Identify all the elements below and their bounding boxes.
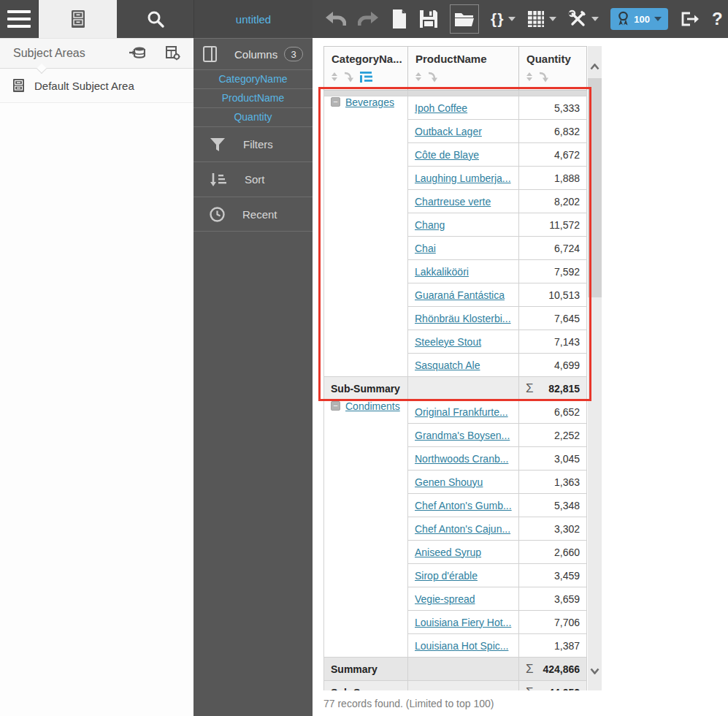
manage-subject-areas-icon[interactable] [166, 46, 180, 61]
product-link[interactable]: Laughing Lumberja... [415, 172, 511, 184]
column-header-productname[interactable]: ProductName [408, 47, 519, 91]
undo-icon [324, 10, 346, 28]
product-link[interactable]: Sasquatch Ale [415, 359, 480, 371]
product-link[interactable]: Guaraná Fantástica [415, 289, 505, 301]
product-link[interactable]: Chef Anton's Cajun... [415, 523, 510, 535]
field-quantity[interactable]: Quantity [194, 107, 313, 126]
summary-value-cell: Σ424,866 [519, 658, 587, 681]
filters-section[interactable]: Filters [194, 126, 313, 161]
quantity-cell: 6,724 [519, 237, 587, 260]
product-link[interactable]: Louisiana Hot Spic... [415, 640, 508, 652]
summary-value-cell: Σ82,815 [519, 377, 587, 400]
product-link[interactable]: Aniseed Syrup [415, 546, 481, 558]
column-header-categoryname[interactable]: CategoryNa... [324, 47, 408, 91]
scrollbar-thumb[interactable] [588, 78, 602, 297]
product-cell: Chartreuse verte [408, 190, 519, 213]
product-cell: Outback Lager [408, 120, 519, 143]
braces-icon: {} [491, 10, 504, 28]
add-datasource-icon[interactable] [129, 46, 145, 61]
product-link[interactable]: Chai [415, 243, 436, 254]
sidebar-item-label: Default Subject Area [34, 80, 134, 92]
report-table-viewport: CategoryNa... [323, 46, 587, 690]
quantity-cell: 6,652 [519, 400, 587, 424]
product-link[interactable]: Chef Anton's Gumb... [415, 500, 512, 511]
tab-report-untitled[interactable]: untitled [194, 0, 313, 38]
quantity-cell: 2,660 [519, 541, 587, 564]
sort-arrows-icon[interactable] [526, 72, 532, 81]
scroll-down-icon[interactable] [590, 668, 599, 674]
column-header-quantity[interactable]: Quantity [519, 47, 587, 91]
sort-arrows-icon[interactable] [415, 72, 421, 81]
summary-label-cell: Sub-Summary [324, 377, 408, 400]
columns-section-label: Columns [234, 48, 277, 61]
product-link[interactable]: Rhönbräu Klosterbi... [415, 313, 511, 324]
medal-icon [617, 11, 629, 27]
product-cell: Sasquatch Ale [408, 354, 519, 377]
exit-icon [680, 10, 700, 28]
product-link[interactable]: Ipoh Coffee [415, 102, 467, 114]
save-button[interactable] [419, 9, 438, 28]
curved-sort-arrow-icon[interactable] [427, 71, 438, 83]
product-link[interactable]: Grandma's Boysen... [415, 430, 510, 441]
product-link[interactable]: Louisiana Fiery Hot... [415, 617, 511, 628]
product-link[interactable]: Côte de Blaye [415, 149, 479, 161]
product-link[interactable]: Chang [415, 219, 445, 231]
product-link[interactable]: Original Frankfurte... [415, 406, 508, 418]
undo-button[interactable] [324, 10, 346, 28]
summary-empty-cell [408, 377, 519, 400]
field-categoryname[interactable]: CategoryName [194, 69, 313, 88]
category-cell: −Condiments [324, 400, 408, 658]
save-icon [419, 9, 438, 28]
vertical-scrollbar[interactable] [588, 46, 602, 690]
new-report-button[interactable] [391, 9, 407, 29]
quantity-cell: 8,202 [519, 190, 587, 213]
product-link[interactable]: Steeleye Stout [415, 336, 481, 348]
category-link[interactable]: Beverages [345, 96, 394, 108]
grid-style-dropdown[interactable] [527, 10, 556, 28]
tab-subject-areas[interactable] [39, 0, 117, 38]
product-link[interactable]: Sirop d'érable [415, 570, 478, 582]
columns-section-header[interactable]: Columns 3 [194, 39, 313, 69]
product-link[interactable]: Lakkalikööri [415, 266, 469, 278]
help-button[interactable]: ? [712, 9, 723, 29]
top-n-records-button[interactable]: 100 [610, 8, 668, 30]
group-by-icon[interactable] [360, 72, 372, 83]
tools-dropdown[interactable] [568, 9, 599, 28]
category-link[interactable]: Condiments [345, 400, 400, 412]
product-cell: Louisiana Fiery Hot... [408, 611, 519, 634]
top-n-value: 100 [634, 14, 650, 25]
open-report-button[interactable] [450, 4, 479, 34]
quantity-cell: 10,513 [519, 283, 587, 307]
collapse-minus-icon[interactable]: − [331, 97, 340, 107]
recent-section[interactable]: Recent [194, 197, 313, 232]
product-link[interactable]: Chartreuse verte [415, 196, 491, 207]
product-link[interactable]: Outback Lager [415, 126, 482, 137]
sigma-icon: Σ [526, 381, 534, 396]
quantity-cell: 3,459 [519, 564, 587, 587]
curved-sort-arrow-icon[interactable] [343, 71, 354, 83]
product-link[interactable]: Vegie-spread [415, 593, 475, 605]
summary-value: 82,815 [548, 383, 580, 395]
product-cell: Grandma's Boysen... [408, 424, 519, 447]
quantity-cell: 3,302 [519, 517, 587, 541]
formulas-dropdown[interactable]: {} [491, 10, 516, 28]
product-cell: Sirop d'érable [408, 564, 519, 587]
sidebar-item-default-subject-area[interactable]: Default Subject Area [0, 69, 194, 103]
field-productname[interactable]: ProductName [194, 88, 313, 107]
sort-arrows-icon[interactable] [332, 72, 337, 81]
product-link[interactable]: Genen Shouyu [415, 476, 483, 488]
subject-areas-title: Subject Areas [13, 47, 85, 60]
summary-label-cell: Sub-Summary [324, 681, 408, 691]
partial-sub-summary-row: Sub-SummaryΣ44,952 [324, 681, 587, 691]
redo-button[interactable] [358, 10, 380, 28]
sort-section[interactable]: Sort [194, 161, 313, 197]
collapse-minus-icon[interactable]: − [331, 401, 340, 411]
curved-sort-arrow-icon[interactable] [538, 71, 549, 83]
product-link[interactable]: Northwoods Cranb... [415, 453, 508, 465]
logout-button[interactable] [680, 10, 700, 28]
search-button[interactable] [117, 0, 194, 38]
report-table-body: −BeveragesIpoh Coffee5,333Outback Lager6… [324, 91, 587, 691]
filter-funnel-icon [210, 137, 226, 152]
hamburger-menu-button[interactable] [0, 0, 39, 38]
scroll-up-icon[interactable] [590, 64, 599, 70]
